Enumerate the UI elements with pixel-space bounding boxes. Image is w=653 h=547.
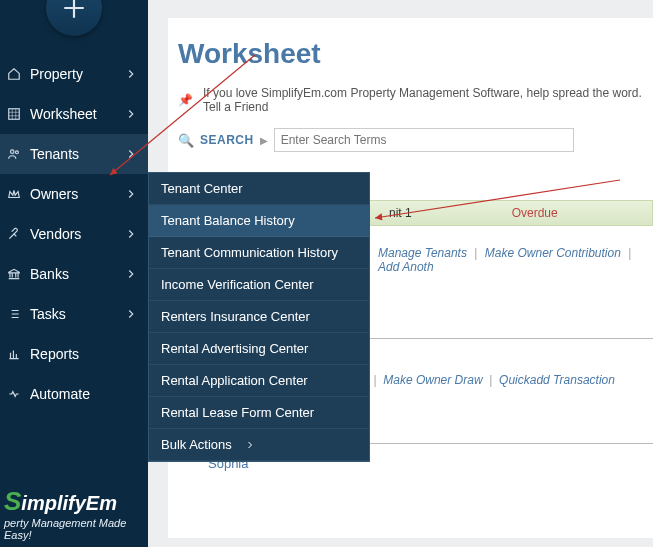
tenants-submenu: Tenant Center Tenant Balance History Ten… (148, 172, 370, 462)
chevron-right-icon (124, 67, 138, 81)
brand-tagline: perty Management Made Easy! (4, 517, 144, 541)
promo-text: If you love SimplifyEm.com Property Mana… (203, 86, 653, 114)
svg-rect-0 (9, 109, 20, 120)
promo-banner: 📌 If you love SimplifyEm.com Property Ma… (178, 86, 653, 114)
svg-point-1 (11, 150, 15, 154)
tools-icon (6, 226, 22, 242)
link-add-another[interactable]: Add Anoth (378, 260, 434, 274)
submenu-rental-application-center[interactable]: Rental Application Center (149, 365, 369, 397)
people-icon (6, 146, 22, 162)
nav-banks[interactable]: Banks (0, 254, 148, 294)
submenu-tenant-balance-history[interactable]: Tenant Balance History (149, 205, 369, 237)
link-quickadd-transaction[interactable]: Quickadd Transaction (499, 373, 615, 387)
grid-icon (6, 106, 22, 122)
link-manage-tenants[interactable]: Manage Tenants (378, 246, 467, 260)
nav-owners[interactable]: Owners (0, 174, 148, 214)
chevron-right-icon (244, 439, 256, 451)
submenu-income-verification-center[interactable]: Income Verification Center (149, 269, 369, 301)
nav-label: Banks (30, 266, 124, 282)
nav-label: Worksheet (30, 106, 124, 122)
submenu-rental-advertising-center[interactable]: Rental Advertising Center (149, 333, 369, 365)
chevron-right-icon (124, 227, 138, 241)
triangle-right-icon: ▶ (260, 135, 268, 146)
search-row: 🔍 SEARCH ▶ (178, 128, 653, 152)
submenu-rental-lease-form-center[interactable]: Rental Lease Form Center (149, 397, 369, 429)
unit-label: nit 1 (389, 206, 412, 220)
nav-reports[interactable]: Reports (0, 334, 148, 374)
submenu-renters-insurance-center[interactable]: Renters Insurance Center (149, 301, 369, 333)
crown-icon (6, 186, 22, 202)
nav-label: Tasks (30, 306, 124, 322)
search-icon: 🔍 (178, 133, 194, 148)
sidebar: Property Worksheet Tenants Owners Vendor… (0, 0, 148, 547)
plus-icon (61, 0, 87, 21)
nav-label: Automate (30, 386, 138, 402)
brand-logo: SSimplifyEmimplifyEm perty Management Ma… (4, 486, 144, 541)
chevron-right-icon (124, 107, 138, 121)
link-make-owner-contribution[interactable]: Make Owner Contribution (485, 246, 621, 260)
page-title: Worksheet (178, 38, 653, 70)
pin-icon: 📌 (178, 93, 193, 107)
chart-icon (6, 346, 22, 362)
nav-vendors[interactable]: Vendors (0, 214, 148, 254)
chevron-right-icon (124, 187, 138, 201)
submenu-tenant-communication-history[interactable]: Tenant Communication History (149, 237, 369, 269)
home-icon (6, 66, 22, 82)
nav-tenants[interactable]: Tenants (0, 134, 148, 174)
svg-point-2 (15, 151, 18, 154)
nav-label: Reports (30, 346, 138, 362)
chevron-right-icon (124, 267, 138, 281)
link-make-owner-draw[interactable]: Make Owner Draw (383, 373, 482, 387)
chevron-right-icon (124, 307, 138, 321)
nav-automate[interactable]: Automate (0, 374, 148, 414)
nav-label: Property (30, 66, 124, 82)
nav-tasks[interactable]: Tasks (0, 294, 148, 334)
nav-label: Vendors (30, 226, 124, 242)
nav-label: Owners (30, 186, 124, 202)
list-icon (6, 306, 22, 322)
submenu-bulk-actions[interactable]: Bulk Actions (149, 429, 369, 461)
bank-icon (6, 266, 22, 282)
cog-icon (6, 386, 22, 402)
overdue-label: Overdue (512, 206, 558, 220)
nav-label: Tenants (30, 146, 124, 162)
nav-property[interactable]: Property (0, 54, 148, 94)
chevron-right-icon (124, 147, 138, 161)
search-label: SEARCH (200, 133, 254, 147)
search-input[interactable] (274, 128, 574, 152)
add-button[interactable] (46, 0, 102, 36)
nav-worksheet[interactable]: Worksheet (0, 94, 148, 134)
main-nav: Property Worksheet Tenants Owners Vendor… (0, 54, 148, 414)
submenu-tenant-center[interactable]: Tenant Center (149, 173, 369, 205)
